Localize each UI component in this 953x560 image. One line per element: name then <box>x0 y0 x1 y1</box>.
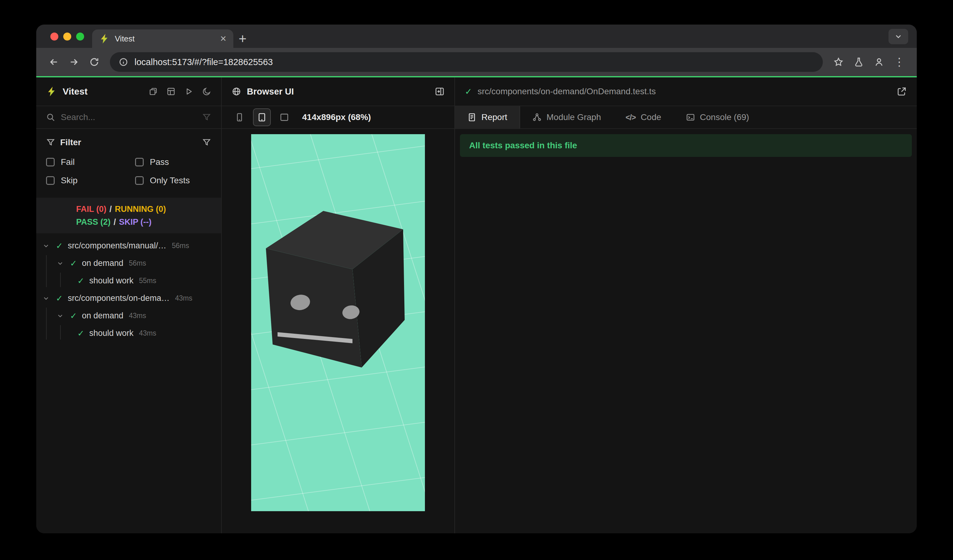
viewport-size-label: 414x896px (68%) <box>302 112 371 122</box>
labs-button[interactable] <box>849 52 869 72</box>
theme-toggle-button[interactable] <box>202 87 211 96</box>
device-toolbar: 414x896px (68%) <box>222 106 455 129</box>
document-icon <box>467 113 476 122</box>
tree-item-time: 56ms <box>172 242 189 250</box>
summary-separator: / <box>110 205 112 214</box>
tests-passed-banner: All tests passed in this file <box>460 134 912 157</box>
checkbox-label: Skip <box>61 175 78 185</box>
skip-count: SKIP (--) <box>119 217 152 226</box>
search-row <box>36 106 221 129</box>
check-icon: ✓ <box>78 276 84 286</box>
checkbox-box[interactable] <box>135 176 144 185</box>
tree-row-file[interactable]: ✓ src/components/manual/… 56ms <box>36 237 221 254</box>
tree-row-file[interactable]: ✓ src/components/on-dema… 43ms <box>36 290 221 307</box>
banner-text: All tests passed in this file <box>469 141 577 150</box>
tab-search-button[interactable] <box>889 29 908 44</box>
new-tab-button[interactable]: + <box>233 29 252 48</box>
checkbox-box[interactable] <box>46 176 55 185</box>
checkbox-box[interactable] <box>135 158 144 166</box>
run-all-button[interactable] <box>184 87 193 96</box>
nav-forward-button[interactable] <box>64 52 84 72</box>
dashboard-button[interactable] <box>166 87 175 96</box>
dock-panel-button[interactable] <box>435 87 445 96</box>
checkbox-pass[interactable]: Pass <box>135 157 211 167</box>
test-summary: FAIL (0)/RUNNING (0) PASS (2)/SKIP (--) <box>36 198 221 233</box>
close-window-button[interactable] <box>50 33 58 40</box>
browser-tab[interactable]: Vitest ✕ <box>92 29 233 48</box>
browser-viewport[interactable] <box>251 134 425 511</box>
device-tablet-button[interactable] <box>253 109 271 126</box>
check-icon: ✓ <box>56 241 63 251</box>
report-body: All tests passed in this file <box>455 129 917 533</box>
reload-icon <box>89 57 99 67</box>
search-input[interactable] <box>61 112 197 122</box>
desktop-background: { "colors": { "accent_green": "#3fd56d",… <box>0 0 953 560</box>
tree-row-suite[interactable]: ✓ on demand 43ms <box>36 307 221 324</box>
zoom-window-button[interactable] <box>76 33 84 40</box>
terminal-icon <box>686 113 695 122</box>
browser-ui-header: Browser UI <box>222 78 455 106</box>
summary-line-1: FAIL (0)/RUNNING (0) <box>76 203 221 216</box>
tree-row-test[interactable]: ✓ should work 43ms <box>36 324 221 342</box>
url-text: localhost:5173/#/?file=1828625563 <box>135 57 273 67</box>
browser-menu-button[interactable]: ⋮ <box>889 52 910 72</box>
arrow-left-icon <box>48 57 59 67</box>
kebab-menu-icon: ⋮ <box>894 56 905 68</box>
address-bar[interactable]: localhost:5173/#/?file=1828625563 <box>110 52 823 72</box>
check-icon: ✓ <box>56 293 63 303</box>
filter-clear-icon[interactable] <box>202 138 211 147</box>
checkbox-fail[interactable]: Fail <box>46 157 135 167</box>
checkbox-label: Pass <box>150 157 169 167</box>
chevron-down-icon[interactable] <box>42 295 50 302</box>
graph-icon <box>532 113 542 122</box>
globe-icon <box>231 87 241 96</box>
summary-separator: / <box>113 217 116 226</box>
monitor-icon <box>279 112 289 122</box>
test-tree: ✓ src/components/manual/… 56ms ✓ on dema… <box>36 233 221 533</box>
bookmark-button[interactable] <box>828 52 849 72</box>
tree-item-label: should work <box>89 329 133 338</box>
collapse-panels-button[interactable] <box>149 87 158 96</box>
search-filter-icon[interactable] <box>202 113 211 122</box>
checkbox-skip[interactable]: Skip <box>46 175 135 185</box>
tree-item-label: src/components/manual/… <box>68 241 166 251</box>
nav-back-button[interactable] <box>43 52 64 72</box>
sidebar: Vitest Filter <box>36 78 222 533</box>
profile-button[interactable] <box>869 52 889 72</box>
tree-row-test[interactable]: ✓ should work 55ms <box>36 272 221 290</box>
site-info-icon[interactable] <box>118 57 128 67</box>
filter-section: Filter Fail Pass Skip <box>36 129 221 196</box>
chevron-down-icon[interactable] <box>56 312 64 320</box>
app-title: Vitest <box>63 86 87 97</box>
chevron-down-icon[interactable] <box>56 260 64 267</box>
robot-cube-scene <box>251 134 425 511</box>
tab-code[interactable]: </> Code <box>613 106 673 128</box>
tree-row-suite[interactable]: ✓ on demand 56ms <box>36 254 221 272</box>
phone-icon <box>234 112 244 122</box>
device-desktop-button[interactable] <box>276 109 292 125</box>
tree-item-label: on demand <box>82 259 123 268</box>
close-tab-icon[interactable]: ✕ <box>220 35 227 43</box>
checkbox-label: Only Tests <box>150 175 190 185</box>
tab-module-graph[interactable]: Module Graph <box>520 106 613 128</box>
search-icon <box>46 113 55 122</box>
check-icon: ✓ <box>70 259 77 268</box>
code-icon: </> <box>626 113 636 122</box>
tree-item-label: on demand <box>82 311 123 321</box>
device-phone-button[interactable] <box>231 109 247 125</box>
minimize-window-button[interactable] <box>63 33 71 40</box>
vitest-logo-icon <box>46 86 57 97</box>
tab-report[interactable]: Report <box>455 106 520 128</box>
chevron-down-icon[interactable] <box>42 242 50 250</box>
external-link-icon <box>897 86 907 97</box>
tab-console[interactable]: Console (69) <box>674 106 761 128</box>
checkbox-box[interactable] <box>46 158 55 166</box>
summary-line-2: PASS (2)/SKIP (--) <box>76 216 221 228</box>
check-icon: ✓ <box>78 329 84 338</box>
checkbox-only-tests[interactable]: Only Tests <box>135 175 211 185</box>
arrow-right-icon <box>69 57 79 67</box>
pass-count: PASS (2) <box>76 217 110 226</box>
sidebar-header: Vitest <box>36 78 221 106</box>
open-external-button[interactable] <box>897 86 907 97</box>
reload-button[interactable] <box>84 52 104 72</box>
